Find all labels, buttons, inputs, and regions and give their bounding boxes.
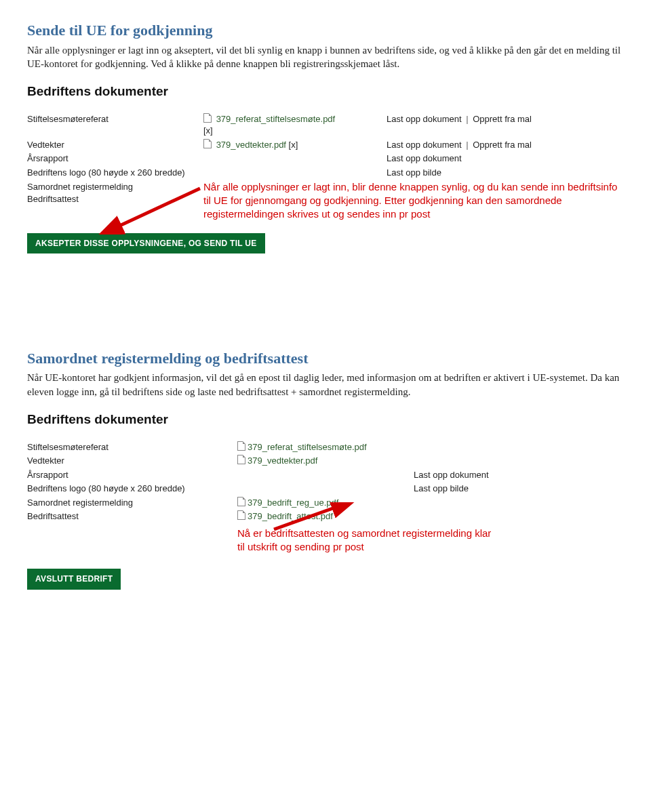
doc-label: Årsrapport: [27, 152, 203, 165]
action-upload-image[interactable]: Last opp bilde: [414, 483, 469, 493]
delete-x[interactable]: [x]: [286, 140, 298, 150]
table-row: Bedriftens logo (80 høyde x 260 bredde) …: [27, 482, 624, 495]
table-row: Bedriftens logo (80 høyde x 260 bredde) …: [27, 166, 624, 179]
separator: |: [466, 114, 468, 124]
file-link[interactable]: 379_vedtekter.pdf: [248, 455, 317, 466]
arrow-icon: [27, 180, 203, 235]
screenshot-1: Bedriftens dokumenter Stiftelsesmøterefe…: [27, 83, 624, 253]
table-row: Årsrapport Last opp dokument: [27, 152, 624, 165]
doc-label: Stiftelsesmøtereferat: [27, 113, 203, 125]
section-body-1: Når alle opplysninger er lagt inn og aks…: [27, 43, 624, 71]
doc-label: Samordnet registermelding: [27, 496, 237, 509]
table-row: Vedtekter 379_vedtekter.pdf: [27, 454, 624, 467]
shot2-title: Bedriftens dokumenter: [27, 411, 624, 428]
svg-line-0: [115, 188, 200, 228]
document-icon: [237, 441, 245, 451]
doc-label: Bedriftsattest: [27, 510, 237, 523]
shot1-title: Bedriftens dokumenter: [27, 83, 624, 100]
separator: |: [466, 140, 468, 150]
file-link[interactable]: 379_vedtekter.pdf: [216, 140, 286, 150]
delete-x[interactable]: [x]: [203, 125, 213, 136]
table-row: Stiftelsesmøtereferat 379_referat_stifte…: [27, 113, 624, 137]
accept-send-button[interactable]: AKSEPTER DISSE OPPLYSNINGENE, OG SEND TI…: [27, 233, 265, 253]
file-link[interactable]: 379_referat_stiftelsesmøte.pdf: [248, 442, 367, 452]
doc-label: Bedriftens logo (80 høyde x 260 bredde): [27, 482, 237, 495]
doc-label: Vedtekter: [27, 454, 237, 467]
svg-line-1: [274, 506, 338, 529]
arrow-icon: [233, 502, 355, 532]
doc-label: Vedtekter: [27, 138, 203, 151]
section-body-2: Når UE-kontoret har godkjent informasjon…: [27, 371, 624, 399]
table-row: Vedtekter 379_vedtekter.pdf [x] Last opp…: [27, 138, 624, 151]
document-icon: [203, 113, 212, 123]
action-upload[interactable]: Last opp dokument: [414, 470, 489, 480]
annotation-text: Når alle opplysninger er lagt inn, blir …: [203, 180, 624, 222]
action-upload-image[interactable]: Last opp bilde: [387, 167, 441, 178]
file-link[interactable]: 379_referat_stiftelsesmøte.pdf: [216, 114, 336, 124]
action-template[interactable]: Opprett fra mal: [473, 140, 532, 150]
table-row: Stiftelsesmøtereferat 379_referat_stifte…: [27, 441, 624, 453]
section-heading-1: Sende til UE for godkjenning: [27, 20, 624, 41]
table-row: Årsrapport Last opp dokument: [27, 468, 624, 481]
close-company-button[interactable]: AVSLUTT BEDRIFT: [27, 569, 121, 589]
document-icon: [237, 455, 245, 464]
section-heading-2: Samordnet registermelding og bedriftsatt…: [27, 348, 624, 369]
screenshot-2: Bedriftens dokumenter Stiftelsesmøterefe…: [27, 411, 624, 590]
document-icon: [203, 139, 212, 148]
action-upload[interactable]: Last opp dokument: [387, 114, 462, 124]
doc-label: Bedriftens logo (80 høyde x 260 bredde): [27, 166, 203, 179]
doc-label: Stiftelsesmøtereferat: [27, 441, 237, 453]
action-upload[interactable]: Last opp dokument: [387, 140, 462, 150]
action-template[interactable]: Opprett fra mal: [473, 114, 532, 124]
doc-label: Årsrapport: [27, 468, 237, 481]
action-upload[interactable]: Last opp dokument: [387, 153, 462, 163]
